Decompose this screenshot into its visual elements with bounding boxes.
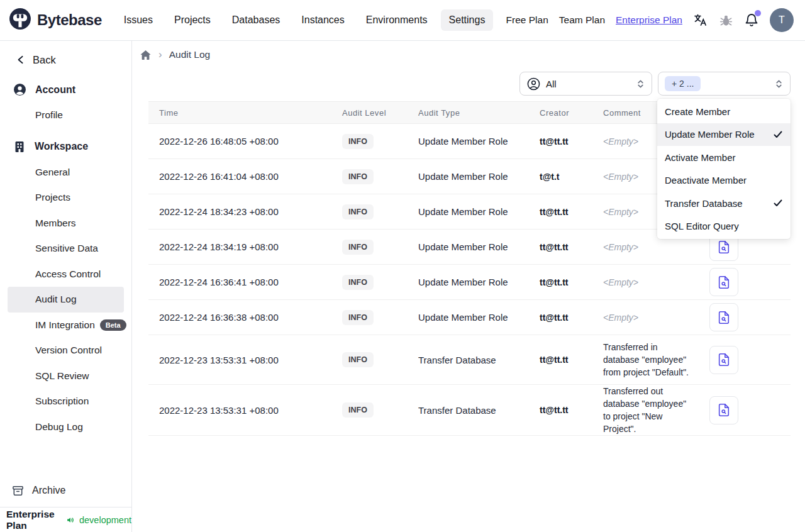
nav-instances[interactable]: Instances [293,9,352,31]
breadcrumb: › Audit Log [140,47,210,62]
audit-level-badge: INFO [342,352,374,367]
workspace-section-header: Workspace [0,134,131,160]
header-audit-type: Audit Type [408,108,529,118]
beta-badge: Beta [100,319,126,331]
nav-projects[interactable]: Projects [166,9,219,31]
back-label: Back [33,54,56,66]
archive-label: Archive [32,485,65,496]
sidebar-item-debug-log[interactable]: Debug Log [0,414,131,440]
menu-item-label: Create Member [665,106,783,117]
sidebar-item-general[interactable]: General [0,160,131,186]
nav-issues[interactable]: Issues [116,9,161,31]
nav-environments[interactable]: Environments [358,9,436,31]
header-creator: Creator [529,108,592,118]
building-icon [13,140,26,153]
file-search-icon [717,353,731,367]
header-audit-level: Audit Level [331,108,408,118]
cell-audit-type: Update Member Role [408,277,529,287]
back-button[interactable]: Back [0,48,131,71]
bytebase-logo-icon [9,8,31,33]
cell-audit-type: Transfer Database [408,405,529,416]
cell-time: 2022-12-23 13:53:31 +08:00 [148,355,331,365]
account-section-header: Account [0,77,131,103]
audit-level-badge: INFO [342,204,374,219]
audit-level-badge: INFO [342,402,374,418]
navbar-right: Free Plan Team Plan Enterprise Plan [506,8,794,32]
audit-level-badge: INFO [342,240,374,255]
sql-review-label: SQL Review [35,370,89,382]
account-section: Account Profile [0,77,131,128]
view-log-detail-button[interactable] [709,303,738,331]
sidebar-item-sensitive-data[interactable]: Sensitive Data [0,236,131,262]
file-search-icon [717,240,731,254]
audit-type-filter-value: + 2 ... [665,76,701,91]
cell-comment: <Empty> [592,241,699,253]
bell-icon[interactable] [744,13,759,28]
breadcrumb-current: Audit Log [169,49,211,60]
cell-creator: tt@tt.tt [529,136,592,147]
chevron-up-down-icon [636,79,645,89]
workspace-section-title: Workspace [35,141,88,152]
bug-icon[interactable] [719,13,733,28]
sidebar-item-subscription[interactable]: Subscription [0,389,131,414]
menu-item-update-member-role[interactable]: Update Member Role [657,123,791,147]
im-integration-label: IM Integration [35,319,95,331]
cell-audit-type: Update Member Role [408,206,529,217]
sidebar-item-version-control[interactable]: Version Control [0,338,131,363]
cell-creator: tt@tt.tt [529,207,592,217]
creator-filter-select[interactable]: All [519,72,652,96]
creator-filter-value: All [546,79,557,89]
menu-item-transfer-database[interactable]: Transfer Database [657,192,791,215]
filter-bar: All + 2 ... [519,72,791,96]
header-time: Time [148,108,331,118]
translate-icon[interactable] [693,13,708,28]
cell-time: 2022-12-26 16:41:04 +08:00 [148,171,331,182]
access-control-label: Access Control [35,269,101,280]
account-section-title: Account [35,84,75,96]
sidebar-item-projects[interactable]: Projects [0,185,131,211]
view-log-detail-button[interactable] [709,346,738,374]
menu-item-label: Activate Member [665,152,783,163]
current-plan-label: Enterprise Plan [6,509,62,531]
nav-databases[interactable]: Databases [224,9,289,31]
free-plan-link[interactable]: Free Plan [506,14,548,26]
table-row: 2022-12-24 16:36:41 +08:00 INFO Update M… [148,265,791,300]
cell-creator: tt@tt.tt [529,313,592,323]
menu-item-label: Update Member Role [665,129,773,140]
sidebar-item-profile[interactable]: Profile [0,103,131,128]
bytebase-logo[interactable]: Bytebase [9,8,102,33]
sidebar-item-members[interactable]: Members [0,211,131,236]
sidebar-item-access-control[interactable]: Access Control [0,262,131,287]
cell-audit-type: Update Member Role [408,136,529,147]
table-row: 2022-12-23 13:53:31 +08:00 INFO Transfer… [148,385,791,436]
debug-log-label: Debug Log [35,421,83,433]
menu-item-label: SQL Editor Query [665,221,783,231]
cell-comment: Transferred in database "employee" from … [592,341,699,379]
chevron-up-down-icon [774,79,784,89]
sidebar-item-audit-log[interactable]: Audit Log [8,287,124,313]
cell-creator: tt@tt.tt [529,405,592,415]
workspace-section: Workspace General Projects Members Sensi… [0,134,131,440]
sidebar-plan-bar: Enterprise Plan development [0,507,131,532]
audit-type-filter-select[interactable]: + 2 ... [658,72,791,96]
cell-comment: <Empty> [592,276,699,289]
team-plan-link[interactable]: Team Plan [559,14,605,26]
nav-settings[interactable]: Settings [441,9,494,31]
cell-time: 2022-12-24 16:36:41 +08:00 [148,277,331,287]
enterprise-plan-link[interactable]: Enterprise Plan [616,14,682,26]
avatar[interactable]: T [770,8,794,32]
user-circle-filled-icon [13,83,26,96]
file-search-icon [717,311,731,324]
home-icon[interactable] [140,49,152,61]
menu-item-deactivate-member[interactable]: Deactivate Member [657,169,791,192]
main-content: › Audit Log All + 2 ... [132,41,805,532]
archive-button[interactable]: Archive [0,479,131,502]
menu-item-sql-editor-query[interactable]: SQL Editor Query [657,215,791,238]
menu-item-create-member[interactable]: Create Member [657,100,791,123]
cell-comment: <Empty> [592,311,699,324]
view-log-detail-button[interactable] [709,396,738,424]
sidebar-item-im-integration[interactable]: IM Integration Beta [0,313,131,338]
sidebar-item-sql-review[interactable]: SQL Review [0,363,131,389]
view-log-detail-button[interactable] [709,268,738,296]
menu-item-activate-member[interactable]: Activate Member [657,146,791,169]
